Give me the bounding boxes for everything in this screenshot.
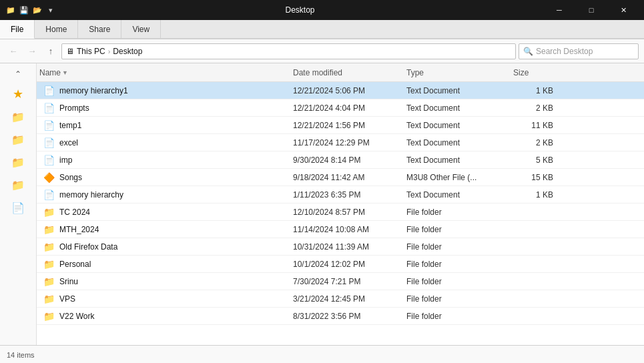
table-row[interactable]: 📁 Personal 10/1/2024 12:02 PM File folde…: [37, 256, 644, 273]
window-title: Desktop: [61, 5, 539, 15]
file-icon-cell: 📁: [41, 242, 57, 252]
status-bar: 14 items: [0, 345, 644, 363]
column-date-header[interactable]: Date modified: [290, 63, 404, 81]
path-this-pc[interactable]: This PC: [77, 47, 105, 56]
table-row[interactable]: 📄 excel 11/17/2024 12:29 PM Text Documen…: [37, 134, 644, 151]
file-type: Text Document: [406, 190, 513, 200]
sidebar-folder-icon-2: 📁: [11, 133, 25, 146]
table-row[interactable]: 📄 memory hierarchy1 12/21/2024 5:06 PM T…: [37, 82, 644, 99]
table-row[interactable]: 📄 Prompts 12/21/2024 4:04 PM Text Docume…: [37, 99, 644, 117]
file-date: 10/31/2024 11:39 AM: [293, 242, 406, 252]
table-row[interactable]: 📁 MTH_2024 11/14/2024 10:08 AM File fold…: [37, 221, 644, 238]
tab-file[interactable]: File: [0, 20, 35, 39]
file-type: Text Document: [406, 86, 513, 95]
path-computer-icon: 🖥: [66, 47, 74, 56]
file-name: Old Firefox Data: [57, 242, 293, 252]
file-date: 8/31/2022 3:56 PM: [293, 312, 406, 321]
path-sep-1: ›: [108, 47, 111, 55]
folder-icon: 📁: [43, 224, 55, 235]
file-date: 12/10/2024 8:57 PM: [293, 208, 406, 217]
column-name-header[interactable]: Name ▼: [37, 63, 290, 81]
sidebar-item-5[interactable]: 📄: [3, 197, 33, 218]
file-type: Text Document: [406, 121, 513, 130]
address-path[interactable]: 🖥 This PC › Desktop: [61, 43, 516, 59]
file-icon-cell: 📁: [41, 294, 57, 304]
file-date: 11/14/2024 10:08 AM: [293, 225, 406, 234]
sort-arrow-name: ▼: [62, 69, 68, 76]
table-row[interactable]: 📄 temp1 12/21/2024 1:56 PM Text Document…: [37, 117, 644, 134]
file-name: VPS: [57, 294, 293, 304]
dropdown-tb-icon[interactable]: ▾: [45, 5, 56, 15]
file-date: 12/21/2024 4:04 PM: [293, 103, 406, 113]
column-type-header[interactable]: Type: [404, 63, 511, 81]
search-box[interactable]: 🔍 Search Desktop: [519, 43, 639, 59]
main-content: ⌃ ★ 📁 📁 📁 📁 📄 Name ▼ Date modified: [0, 63, 644, 345]
forward-button[interactable]: →: [24, 43, 40, 59]
table-row[interactable]: 📁 Old Firefox Data 10/31/2024 11:39 AM F…: [37, 238, 644, 256]
file-type: File folder: [406, 242, 513, 252]
tab-home[interactable]: Home: [35, 20, 78, 38]
file-name: V22 Work: [57, 312, 293, 321]
table-row[interactable]: 📁 TC 2024 12/10/2024 8:57 PM File folder: [37, 204, 644, 221]
doc-icon: 📄: [43, 85, 55, 96]
file-type: File folder: [406, 277, 513, 286]
file-name: Songs: [57, 173, 293, 182]
file-date: 1/11/2023 6:35 PM: [293, 190, 406, 200]
sidebar-item-3[interactable]: 📁: [3, 151, 33, 173]
title-bar: 📁 💾 📂 ▾ Desktop ─ □ ✕: [0, 0, 644, 20]
table-row[interactable]: 📄 imp 9/30/2024 8:14 PM Text Document 5 …: [37, 151, 644, 169]
folder-icon: 📁: [43, 242, 55, 252]
sidebar-doc-icon: 📄: [11, 202, 25, 214]
vlc-icon: 🔶: [43, 172, 55, 183]
folder-icon: 📁: [43, 294, 55, 304]
file-type: File folder: [406, 312, 513, 321]
table-row[interactable]: 📄 memory hierarchy 1/11/2023 6:35 PM Tex…: [37, 186, 644, 204]
sidebar-item-4[interactable]: 📁: [3, 174, 33, 196]
list-header: Name ▼ Date modified Type Size: [37, 63, 644, 82]
file-list[interactable]: Name ▼ Date modified Type Size 📄 memory …: [37, 63, 644, 345]
file-name: temp1: [57, 121, 293, 130]
file-tb-icon: 📁: [5, 5, 16, 15]
up-button[interactable]: ↑: [43, 43, 59, 59]
table-row[interactable]: 🔶 Songs 9/18/2024 11:42 AM M3U8 Other Fi…: [37, 169, 644, 186]
table-row[interactable]: 📁 V22 Work 8/31/2022 3:56 PM File folder: [37, 308, 644, 325]
file-icon-cell: 📁: [41, 311, 57, 322]
file-name: TC 2024: [57, 208, 293, 217]
file-icon-cell: 📁: [41, 259, 57, 270]
window-controls: ─ □ ✕: [544, 0, 639, 20]
path-desktop[interactable]: Desktop: [113, 47, 142, 56]
sidebar-quickaccess[interactable]: ★: [3, 83, 33, 105]
file-icon-cell: 📄: [41, 85, 57, 96]
file-type: Text Document: [406, 138, 513, 147]
file-type: File folder: [406, 225, 513, 234]
tab-share[interactable]: Share: [78, 20, 121, 38]
folder-tb-icon: 📂: [32, 5, 43, 15]
sidebar-item-2[interactable]: 📁: [3, 129, 33, 150]
file-date: 12/21/2024 1:56 PM: [293, 121, 406, 130]
doc-icon: 📄: [43, 155, 55, 165]
file-date: 9/30/2024 8:14 PM: [293, 155, 406, 165]
table-row[interactable]: 📁 Srinu 7/30/2024 7:21 PM File folder: [37, 273, 644, 290]
file-date: 11/17/2024 12:29 PM: [293, 138, 406, 147]
folder-icon: 📁: [43, 276, 55, 287]
file-date: 12/21/2024 5:06 PM: [293, 86, 406, 95]
file-size: 5 KB: [513, 155, 567, 165]
sidebar-collapse-button[interactable]: ⌃: [9, 66, 27, 82]
close-button[interactable]: ✕: [608, 0, 639, 20]
column-size-header[interactable]: Size: [511, 63, 564, 81]
sidebar-folder-icon-4: 📁: [11, 179, 25, 192]
doc-icon: 📄: [43, 120, 55, 131]
file-size: 2 KB: [513, 103, 567, 113]
file-date: 3/21/2024 12:45 PM: [293, 294, 406, 304]
tab-view[interactable]: View: [121, 20, 161, 38]
sidebar-item-1[interactable]: 📁: [3, 106, 33, 127]
minimize-button[interactable]: ─: [544, 0, 575, 20]
file-size: 2 KB: [513, 138, 567, 147]
back-button[interactable]: ←: [5, 43, 21, 59]
ribbon: File Home Share View: [0, 20, 644, 39]
file-type: File folder: [406, 294, 513, 304]
table-row[interactable]: 📁 VPS 3/21/2024 12:45 PM File folder: [37, 290, 644, 308]
file-type: File folder: [406, 208, 513, 217]
folder-icon: 📁: [43, 259, 55, 270]
maximize-button[interactable]: □: [576, 0, 607, 20]
